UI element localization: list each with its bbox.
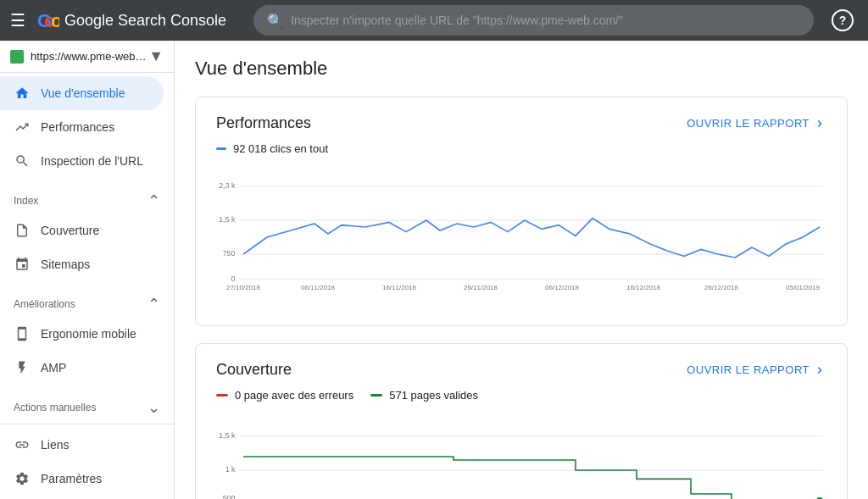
- sidebar-item-performances-label: Performances: [41, 120, 114, 134]
- search-input[interactable]: [291, 14, 800, 27]
- help-button[interactable]: ?: [827, 5, 858, 36]
- svg-text:06/12/2018: 06/12/2018: [545, 284, 580, 291]
- logo-text: Google Search Console: [64, 12, 226, 30]
- svg-text:26/11/2018: 26/11/2018: [464, 284, 498, 291]
- section-index-chevron[interactable]: ⌃: [147, 191, 160, 210]
- sidebar-item-performances[interactable]: Performances: [0, 110, 164, 144]
- sidebar-item-couverture[interactable]: Couverture: [0, 213, 164, 247]
- sidebar-item-ergonomie-mobile-label: Ergonomie mobile: [41, 327, 136, 341]
- svg-text:1,5 k: 1,5 k: [219, 215, 236, 224]
- section-ameliorations: Améliorations ⌃: [0, 281, 174, 317]
- page-title: Vue d'ensemble: [195, 58, 848, 80]
- performances-card-header: Performances OUVRIR LE RAPPORT: [216, 114, 826, 132]
- chevron-down-icon: ▼: [148, 47, 164, 65]
- sidebar-item-sitemaps-label: Sitemaps: [41, 258, 90, 271]
- svg-text:05/01/2019: 05/01/2019: [786, 284, 821, 291]
- performances-open-report-button[interactable]: OUVRIR LE RAPPORT: [687, 117, 826, 130]
- section-actions-manuelles-label: Actions manuelles: [14, 402, 96, 413]
- sidebar-item-inspection-url[interactable]: Inspection de l'URL: [0, 144, 164, 178]
- main-layout: https://www.pme-web.com/ ▼ Vue d'ensembl…: [0, 41, 868, 499]
- topbar: ☰ G o o Google Search Console 🔍 ?: [0, 0, 868, 41]
- couverture-legend-errors: 0 page avec des erreurs: [216, 389, 353, 402]
- section-ameliorations-chevron[interactable]: ⌃: [147, 295, 160, 313]
- svg-text:06/11/2018: 06/11/2018: [301, 284, 336, 291]
- property-url: https://www.pme-web.com/: [31, 50, 148, 63]
- home-icon: [14, 85, 31, 102]
- sidebar-item-parametres-label: Paramètres: [41, 472, 102, 485]
- svg-text:o: o: [51, 10, 59, 31]
- sidebar-item-amp-label: AMP: [41, 361, 66, 374]
- url-selector[interactable]: https://www.pme-web.com/ ▼: [0, 41, 174, 73]
- legend-blue-dot: [216, 147, 226, 150]
- section-actions-manuelles-chevron[interactable]: ⌄: [147, 398, 160, 417]
- sidebar-item-couverture-label: Couverture: [41, 224, 99, 237]
- mobile-icon: [14, 325, 31, 342]
- sidebar-nav: Vue d'ensemble Performances Inspection d…: [0, 73, 174, 499]
- bolt-icon: [14, 359, 31, 376]
- app-logo: G o o Google Search Console: [36, 8, 226, 32]
- legend-red-dot: [216, 394, 228, 396]
- sidebar-item-vue-ensemble-label: Vue d'ensemble: [41, 86, 125, 100]
- couverture-legend-valid: 571 pages valides: [370, 389, 478, 402]
- gear-icon: [14, 470, 31, 487]
- svg-text:1 k: 1 k: [225, 465, 236, 474]
- svg-text:1,5 k: 1,5 k: [219, 431, 236, 440]
- sidebar-item-liens[interactable]: Liens: [0, 428, 164, 462]
- couverture-card: Couverture OUVRIR LE RAPPORT 0 page avec…: [195, 343, 848, 499]
- sidebar-item-parametres[interactable]: Paramètres: [0, 462, 164, 496]
- svg-text:2,3 k: 2,3 k: [219, 181, 236, 190]
- couverture-open-report-button[interactable]: OUVRIR LE RAPPORT: [687, 363, 826, 377]
- sidebar-item-inspection-url-label: Inspection de l'URL: [41, 154, 143, 168]
- search-icon: [14, 152, 31, 169]
- svg-text:26/12/2018: 26/12/2018: [704, 284, 739, 291]
- svg-text:16/12/2018: 16/12/2018: [626, 284, 661, 291]
- sidebar: https://www.pme-web.com/ ▼ Vue d'ensembl…: [0, 41, 175, 499]
- svg-text:27/10/2018: 27/10/2018: [226, 284, 261, 291]
- performances-card: Performances OUVRIR LE RAPPORT 92 018 cl…: [195, 97, 848, 326]
- performances-legend: 92 018 clics en tout: [216, 142, 826, 155]
- sidebar-item-liens-label: Liens: [41, 438, 69, 452]
- sidebar-item-vue-ensemble[interactable]: Vue d'ensemble: [0, 76, 164, 110]
- couverture-legend-errors-label: 0 page avec des erreurs: [235, 389, 353, 402]
- performances-legend-label: 92 018 clics en tout: [233, 142, 328, 155]
- section-index-label: Index: [14, 195, 38, 207]
- search-icon: 🔍: [267, 13, 284, 29]
- link-icon: [14, 436, 31, 453]
- help-icon: ?: [832, 9, 854, 31]
- performances-card-title: Performances: [216, 114, 311, 132]
- couverture-card-title: Couverture: [216, 361, 292, 379]
- svg-text:0: 0: [231, 274, 235, 283]
- sidebar-item-envoyer-commentaires[interactable]: Envoyer des commentaires: [0, 496, 164, 499]
- svg-text:16/11/2018: 16/11/2018: [382, 284, 417, 291]
- couverture-legend: 0 page avec des erreurs 571 pages valide…: [216, 389, 826, 408]
- sidebar-divider: [0, 424, 174, 424]
- section-ameliorations-label: Améliorations: [14, 298, 75, 310]
- sitemap-icon: [14, 256, 31, 273]
- couverture-chart: 1,5 k 1 k 500: [216, 415, 826, 499]
- trending-up-icon: [14, 119, 31, 136]
- svg-text:750: 750: [223, 249, 236, 258]
- sidebar-item-amp[interactable]: AMP: [0, 351, 164, 385]
- file-icon: [14, 222, 31, 239]
- section-actions-manuelles: Actions manuelles ⌄: [0, 385, 174, 420]
- sidebar-item-ergonomie-mobile[interactable]: Ergonomie mobile: [0, 317, 164, 351]
- performances-chart: 2,3 k 1,5 k 750 0 27/10/2018 06/11/2018 …: [216, 162, 826, 308]
- content-area: Vue d'ensemble Performances OUVRIR LE RA…: [175, 41, 868, 499]
- sidebar-item-sitemaps[interactable]: Sitemaps: [0, 247, 164, 281]
- couverture-legend-valid-label: 571 pages valides: [389, 389, 478, 402]
- property-icon: [10, 50, 24, 64]
- menu-icon[interactable]: ☰: [10, 10, 25, 30]
- svg-text:500: 500: [223, 494, 236, 499]
- legend-green-dot: [370, 394, 382, 396]
- section-index: Index ⌃: [0, 178, 174, 213]
- couverture-card-header: Couverture OUVRIR LE RAPPORT: [216, 361, 826, 379]
- search-bar[interactable]: 🔍: [253, 5, 814, 36]
